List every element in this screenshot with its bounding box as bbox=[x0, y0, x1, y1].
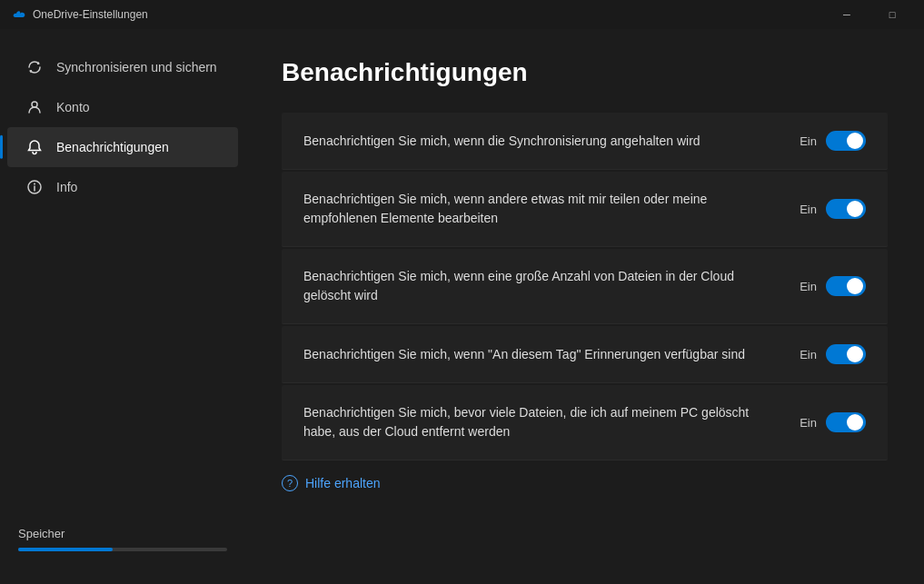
sidebar-label-info: Info bbox=[56, 179, 77, 195]
toggle-sharing[interactable] bbox=[826, 199, 866, 219]
maximize-button[interactable]: □ bbox=[871, 0, 913, 29]
sidebar-label-account: Konto bbox=[56, 99, 90, 115]
toggle-memories[interactable] bbox=[826, 344, 866, 364]
sidebar-label-sync: Synchronisieren und sichern bbox=[56, 59, 217, 75]
toggle-bulk-delete-cloud[interactable] bbox=[826, 276, 866, 296]
svg-point-3 bbox=[34, 183, 35, 185]
sidebar-item-info[interactable]: Info bbox=[7, 167, 238, 207]
page-title: Benachrichtigungen bbox=[282, 58, 888, 87]
onedrive-icon bbox=[11, 7, 25, 22]
bell-icon bbox=[25, 138, 44, 156]
sidebar-item-notifications[interactable]: Benachrichtigungen bbox=[7, 127, 238, 167]
toggle-container-sharing: Ein bbox=[800, 199, 866, 219]
notification-text-bulk-delete-cloud: Benachrichtigen Sie mich, wenn eine groß… bbox=[303, 267, 778, 305]
titlebar-controls: ─ □ bbox=[826, 0, 913, 29]
notification-list: Benachrichtigen Sie mich, wenn die Synch… bbox=[282, 113, 888, 460]
notification-item-bulk-delete-pc: Benachrichtigen Sie mich, bevor viele Da… bbox=[282, 385, 888, 460]
notification-text-sync-paused: Benachrichtigen Sie mich, wenn die Synch… bbox=[303, 132, 778, 151]
help-link-label: Hilfe erhalten bbox=[305, 476, 381, 490]
titlebar-title: OneDrive-Einstellungen bbox=[33, 8, 148, 21]
storage-bar-fill bbox=[18, 548, 113, 551]
toggle-bulk-delete-pc[interactable] bbox=[826, 412, 866, 432]
content-area: Benachrichtigungen Benachrichtigen Sie m… bbox=[245, 29, 924, 584]
notification-text-memories: Benachrichtigen Sie mich, wenn "An diese… bbox=[303, 345, 778, 364]
toggle-container-memories: Ein bbox=[800, 344, 866, 364]
toggle-sync-paused[interactable] bbox=[826, 131, 866, 151]
toggle-container-sync-paused: Ein bbox=[800, 131, 866, 151]
sidebar: Synchronisieren und sichern Konto Benach… bbox=[0, 29, 245, 584]
sidebar-storage: Speicher bbox=[0, 512, 245, 566]
toggle-label-sharing: Ein bbox=[800, 203, 817, 216]
storage-bar-background bbox=[18, 548, 227, 551]
help-icon: ? bbox=[282, 475, 298, 491]
storage-label: Speicher bbox=[18, 527, 227, 540]
sidebar-label-notifications: Benachrichtigungen bbox=[56, 139, 169, 155]
toggle-label-bulk-delete-cloud: Ein bbox=[800, 280, 817, 293]
main-container: Synchronisieren und sichern Konto Benach… bbox=[0, 29, 924, 584]
toggle-container-bulk-delete-pc: Ein bbox=[800, 412, 866, 432]
notification-item-sync-paused: Benachrichtigen Sie mich, wenn die Synch… bbox=[282, 113, 888, 170]
notification-item-sharing: Benachrichtigen Sie mich, wenn andere et… bbox=[282, 172, 888, 247]
toggle-label-bulk-delete-pc: Ein bbox=[800, 416, 817, 430]
notification-item-bulk-delete-cloud: Benachrichtigen Sie mich, wenn eine groß… bbox=[282, 249, 888, 324]
minimize-button[interactable]: ─ bbox=[826, 0, 868, 29]
sidebar-item-account[interactable]: Konto bbox=[7, 87, 238, 127]
toggle-container-bulk-delete-cloud: Ein bbox=[800, 276, 866, 296]
toggle-label-memories: Ein bbox=[800, 348, 817, 361]
help-link[interactable]: ? Hilfe erhalten bbox=[282, 475, 888, 491]
sidebar-item-sync[interactable]: Synchronisieren und sichern bbox=[7, 47, 238, 87]
notification-text-sharing: Benachrichtigen Sie mich, wenn andere et… bbox=[303, 190, 778, 228]
sync-icon bbox=[25, 58, 44, 76]
svg-point-0 bbox=[32, 102, 37, 107]
info-circle-icon bbox=[25, 178, 44, 196]
notification-text-bulk-delete-pc: Benachrichtigen Sie mich, bevor viele Da… bbox=[303, 403, 778, 441]
titlebar: OneDrive-Einstellungen ─ □ bbox=[0, 0, 924, 29]
person-icon bbox=[25, 98, 44, 116]
notification-item-memories: Benachrichtigen Sie mich, wenn "An diese… bbox=[282, 326, 888, 383]
toggle-label-sync-paused: Ein bbox=[800, 134, 817, 148]
